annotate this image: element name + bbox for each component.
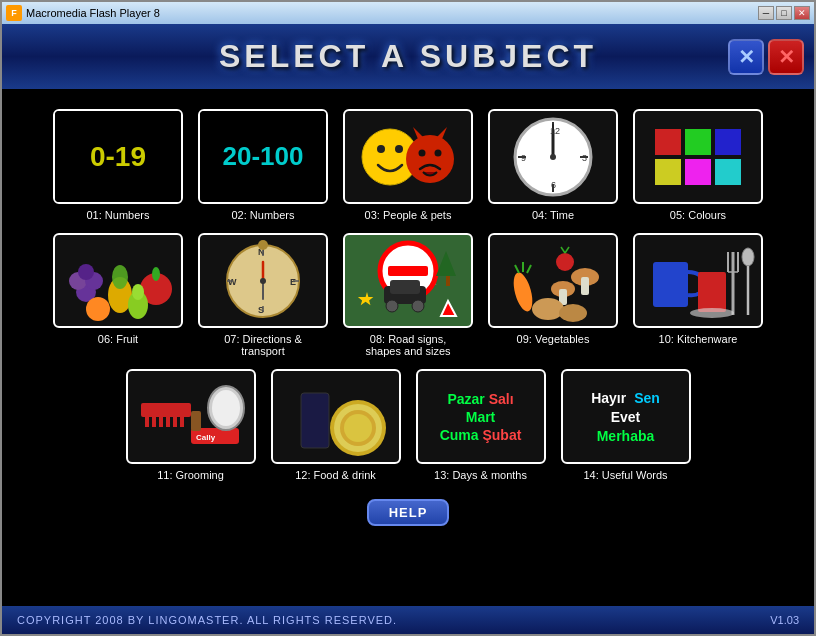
subject-10-thumb <box>633 233 763 328</box>
subject-06-thumb <box>53 233 183 328</box>
svg-text:Cally: Cally <box>196 433 216 442</box>
svg-point-65 <box>556 253 574 271</box>
svg-marker-5 <box>437 127 447 139</box>
subject-04-thumb: 12 3 6 9 <box>488 109 618 204</box>
svg-rect-77 <box>141 403 191 417</box>
subject-11-label: 11: Grooming <box>157 469 224 481</box>
subject-01[interactable]: 0-19 01: Numbers <box>53 109 183 221</box>
subject-06[interactable]: 06: Fruit <box>53 233 183 357</box>
svg-point-23 <box>78 264 94 280</box>
help-section: HELP <box>32 491 784 530</box>
subject-12-label: 12: Food & drink <box>295 469 376 481</box>
svg-rect-81 <box>166 417 170 427</box>
page-title: SELECT A SUBJECT <box>219 38 597 75</box>
subject-02[interactable]: 20-100 02: Numbers <box>198 109 328 221</box>
restore-button[interactable]: □ <box>776 6 792 20</box>
svg-point-44 <box>260 278 266 284</box>
svg-point-64 <box>559 304 587 322</box>
help-button[interactable]: HELP <box>367 499 450 526</box>
app-header: SELECT A SUBJECT ✕ ✕ <box>2 24 814 89</box>
subject-05[interactable]: 05: Colours <box>633 109 763 221</box>
svg-rect-62 <box>581 277 589 295</box>
window: F Macromedia Flash Player 8 ─ □ ✕ SELECT… <box>0 0 816 636</box>
subject-06-label: 06: Fruit <box>98 333 138 345</box>
subjects-row-1: 0-19 01: Numbers 20-100 02: Numbers <box>32 109 784 221</box>
subject-01-label: 01: Numbers <box>87 209 150 221</box>
svg-point-93 <box>344 414 372 442</box>
svg-marker-53 <box>436 251 456 276</box>
svg-rect-54 <box>446 276 450 286</box>
svg-rect-78 <box>145 417 149 427</box>
svg-line-58 <box>527 265 531 273</box>
subject-09-thumb <box>488 233 618 328</box>
subject-03[interactable]: 03: People & pets <box>343 109 473 221</box>
subject-12[interactable]: 12: Food & drink <box>271 369 401 481</box>
svg-marker-52 <box>441 301 456 316</box>
close-button[interactable]: ✕ <box>794 6 810 20</box>
svg-text:W: W <box>228 277 237 287</box>
header-close-button[interactable]: ✕ <box>768 39 804 75</box>
subject-03-thumb <box>343 109 473 204</box>
svg-text:E: E <box>290 277 296 287</box>
subject-01-thumb: 0-19 <box>53 109 183 204</box>
subject-05-thumb <box>633 109 763 204</box>
svg-rect-82 <box>173 417 177 427</box>
svg-rect-89 <box>301 393 329 448</box>
svg-point-43 <box>258 240 268 250</box>
app-icon: F <box>6 5 22 21</box>
subject-04-label: 04: Time <box>532 209 574 221</box>
svg-text:3: 3 <box>582 153 587 163</box>
subject-04[interactable]: 12 3 6 9 04: Time <box>488 109 618 221</box>
minimize-button[interactable]: ─ <box>758 6 774 20</box>
svg-rect-79 <box>152 417 156 427</box>
subject-09[interactable]: 09: Vegetables <box>488 233 618 357</box>
header-buttons: ✕ ✕ <box>728 39 804 75</box>
subject-02-label: 02: Numbers <box>232 209 295 221</box>
subject-07-thumb: N S E W <box>198 233 328 328</box>
svg-line-56 <box>515 265 519 273</box>
svg-text:9: 9 <box>521 153 526 163</box>
subject-08-thumb: SOFTPEDIA <box>343 233 473 328</box>
svg-text:6: 6 <box>551 180 556 190</box>
content-area: 0-19 01: Numbers 20-100 02: Numbers <box>2 89 814 606</box>
svg-rect-46 <box>388 266 428 276</box>
subject-09-label: 09: Vegetables <box>517 333 590 345</box>
subject-10-label: 10: Kitchenware <box>659 333 738 345</box>
svg-point-7 <box>435 149 442 156</box>
svg-rect-69 <box>698 272 726 312</box>
subject-07[interactable]: N S E W <box>198 233 328 357</box>
svg-point-27 <box>152 267 160 281</box>
subject-08[interactable]: SOFTPEDIA <box>343 233 473 357</box>
subject-07-label: 07: Directions &transport <box>224 333 302 357</box>
app-body: SELECT A SUBJECT ✕ ✕ 0-19 <box>2 24 814 634</box>
svg-point-76 <box>690 308 734 318</box>
svg-rect-68 <box>653 262 688 307</box>
svg-text:12: 12 <box>550 126 560 136</box>
subject-14[interactable]: Hayır Sen Evet Merhaba <box>561 369 691 481</box>
window-controls: ─ □ ✕ <box>758 6 810 20</box>
svg-point-1 <box>377 145 385 153</box>
title-bar: F Macromedia Flash Player 8 ─ □ ✕ <box>2 2 814 24</box>
svg-point-30 <box>132 284 144 300</box>
subject-14-thumb: Hayır Sen Evet Merhaba <box>561 369 691 464</box>
subject-13-thumb: Pazar Salı Mart Cuma Şubat <box>416 369 546 464</box>
subject-13[interactable]: Pazar Salı Mart Cuma Şubat 13: Days & mo… <box>416 369 546 481</box>
svg-point-88 <box>212 390 240 426</box>
svg-marker-51 <box>357 292 372 305</box>
subject-11[interactable]: Cally 11: Grooming <box>126 369 256 481</box>
svg-point-63 <box>532 298 564 320</box>
svg-rect-86 <box>191 411 201 431</box>
subject-10[interactable]: 10: Kitchenware <box>633 233 763 357</box>
svg-point-50 <box>412 300 424 312</box>
subject-11-thumb: Cally <box>126 369 256 464</box>
svg-point-6 <box>419 149 426 156</box>
window-title: Macromedia Flash Player 8 <box>26 7 758 19</box>
svg-point-28 <box>86 297 110 321</box>
header-x-button[interactable]: ✕ <box>728 39 764 75</box>
svg-point-74 <box>742 248 754 266</box>
svg-marker-4 <box>413 127 423 139</box>
app-footer: COPYRIGHT 2008 BY LINGOMASTER. ALL RIGHT… <box>2 606 814 634</box>
svg-rect-48 <box>390 280 420 294</box>
svg-point-25 <box>112 265 128 289</box>
subject-02-thumb: 20-100 <box>198 109 328 204</box>
